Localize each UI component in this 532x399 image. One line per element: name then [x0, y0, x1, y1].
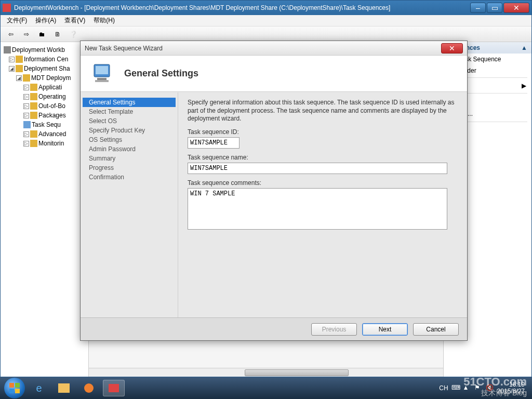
refresh-button[interactable]: 🗎 [51, 28, 64, 41]
wizard-title: New Task Sequence Wizard [85, 45, 441, 52]
step-template[interactable]: Select Template [83, 107, 176, 116]
close-button[interactable]: ✕ [503, 3, 529, 13]
input-ts-id[interactable] [188, 137, 240, 149]
expand-icon[interactable]: ▷ [23, 103, 29, 109]
wizard-dialog: New Task Sequence Wizard ✕ General Setti… [80, 41, 468, 341]
system-tray[interactable]: CH ⌨ ▲ ⚑ 🔇 16:19 2015/8/27 [439, 381, 528, 395]
svg-rect-6 [9, 389, 14, 393]
folder-icon [30, 112, 37, 119]
wizard-header: General Settings [81, 56, 467, 92]
collapse-icon[interactable]: ▲ [521, 44, 527, 51]
toolbar: ⇦ ⇨ 🖿 🗎 ❔ [1, 26, 531, 42]
wizard-titlebar[interactable]: New Task Sequence Wizard ✕ [81, 41, 467, 56]
clock[interactable]: 16:19 2015/8/27 [497, 381, 528, 395]
folder-icon [23, 74, 30, 82]
step-progress[interactable]: Progress [83, 163, 176, 172]
menubar: 文件(F) 操作(A) 查看(V) 帮助(H) [1, 15, 531, 26]
tree-root[interactable]: Deployment Workb [12, 46, 65, 54]
next-button[interactable]: Next [362, 323, 408, 336]
svg-rect-4 [9, 383, 14, 388]
step-summary[interactable]: Summary [83, 154, 176, 163]
maximize-button[interactable]: ▭ [487, 3, 502, 13]
tree-shares[interactable]: Deployment Sha [24, 65, 70, 72]
ime-indicator[interactable]: CH [439, 384, 448, 392]
minimize-button[interactable]: – [470, 3, 486, 13]
tree-pkg[interactable]: Packages [38, 112, 66, 119]
tree-mon[interactable]: Monitorin [38, 140, 64, 147]
expand-icon[interactable]: ▷ [23, 113, 29, 118]
expand-icon[interactable]: ▷ [23, 141, 29, 147]
step-settings[interactable]: OS Settings [83, 135, 176, 144]
folder-icon [16, 56, 23, 63]
wizard-steps: General Settings Select Template Select … [81, 92, 178, 317]
taskbar-explorer[interactable] [53, 380, 75, 396]
tree-oob[interactable]: Out-of-Bo [38, 102, 65, 110]
expand-icon[interactable]: ◢ [16, 75, 22, 81]
menu-action[interactable]: 操作(A) [32, 15, 59, 26]
titlebar[interactable]: DeploymentWorkbench - [Deployment Workbe… [1, 1, 531, 15]
expand-icon[interactable]: ▷ [9, 57, 15, 62]
input-ts-name[interactable] [188, 163, 447, 174]
keyboard-icon[interactable]: ⌨ [451, 384, 460, 392]
taskbar-deployment-workbench[interactable] [103, 380, 125, 396]
step-general[interactable]: General Settings [83, 98, 176, 107]
taskbar[interactable]: e CH ⌨ ▲ ⚑ 🔇 16:19 2015/8/27 [0, 377, 532, 399]
wizard-description: Specify general information about this t… [188, 99, 458, 123]
step-admin[interactable]: Admin Password [83, 144, 176, 154]
wizard-heading: General Settings [124, 68, 198, 79]
previous-button: Previous [311, 323, 357, 336]
folder-icon [30, 130, 37, 138]
menu-file[interactable]: 文件(F) [4, 15, 30, 26]
step-confirm[interactable]: Confirmation [83, 172, 176, 182]
network-icon[interactable]: 🔇 [486, 384, 494, 392]
svg-rect-3 [95, 80, 109, 82]
tree-panel[interactable]: Deployment Workb ▷Information Cen ◢Deplo… [1, 42, 89, 377]
svg-rect-7 [15, 389, 20, 393]
taskbar-mediaplayer[interactable] [78, 380, 100, 396]
tree-apps[interactable]: Applicati [38, 84, 62, 91]
input-ts-comments[interactable] [188, 188, 447, 230]
folder-icon [30, 140, 37, 147]
folder-icon [30, 93, 37, 100]
help-button[interactable]: ❔ [67, 28, 79, 41]
tray-up-icon[interactable]: ▲ [463, 384, 471, 392]
computer-icon [91, 61, 116, 86]
label-ts-id: Task sequence ID: [188, 128, 458, 136]
tree-mdt[interactable]: MDT Deploym [31, 74, 71, 82]
step-os[interactable]: Select OS [83, 116, 176, 126]
wizard-form: Specify general information about this t… [178, 92, 467, 317]
wizard-close-button[interactable]: ✕ [441, 43, 463, 54]
tree-ts[interactable]: Task Sequ [32, 121, 61, 128]
cancel-button[interactable]: Cancel [413, 323, 459, 336]
tree-info[interactable]: Information Cen [24, 56, 68, 63]
up-button[interactable]: 🖿 [36, 28, 48, 41]
svg-rect-5 [15, 383, 20, 388]
expand-icon[interactable]: ◢ [9, 66, 15, 72]
label-ts-name: Task sequence name: [188, 154, 458, 161]
label-ts-comments: Task sequence comments: [188, 179, 458, 187]
expand-icon[interactable]: ▷ [23, 85, 29, 90]
window-title: DeploymentWorkbench - [Deployment Workbe… [14, 4, 469, 11]
forward-button[interactable]: ⇨ [20, 28, 33, 41]
svg-rect-2 [97, 78, 107, 80]
horizontal-scrollbar[interactable] [89, 368, 443, 377]
start-button[interactable] [4, 378, 25, 398]
back-button[interactable]: ⇦ [5, 28, 17, 41]
svg-rect-1 [96, 66, 108, 74]
scrollbar-thumb[interactable] [245, 369, 349, 376]
menu-help[interactable]: 帮助(H) [90, 15, 118, 26]
flag-icon[interactable]: ⚑ [474, 384, 483, 392]
app-icon [3, 4, 11, 12]
clock-date: 2015/8/27 [497, 388, 525, 395]
tree-os[interactable]: Operating [38, 93, 66, 100]
folder-icon [30, 102, 37, 110]
step-key[interactable]: Specify Product Key [83, 126, 176, 135]
menu-view[interactable]: 查看(V) [61, 15, 88, 26]
folder-icon [30, 84, 37, 91]
taskbar-ie[interactable]: e [28, 380, 50, 396]
folder-icon [16, 65, 23, 72]
expand-icon[interactable]: ▷ [23, 131, 29, 137]
chevron-right-icon: ▶ [522, 82, 526, 89]
tree-adv[interactable]: Advanced [38, 130, 66, 138]
expand-icon[interactable]: ▷ [23, 94, 29, 100]
